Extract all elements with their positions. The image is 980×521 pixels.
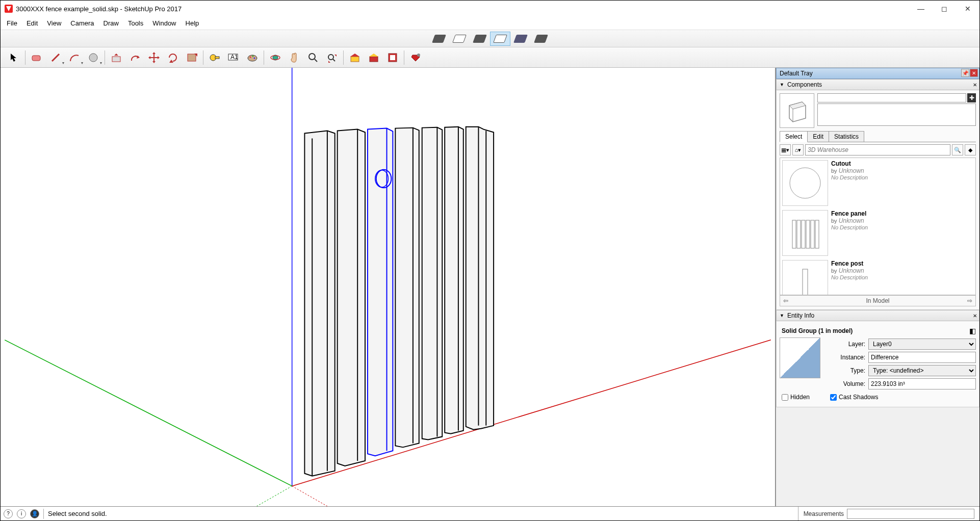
measurements-label: Measurements	[804, 510, 844, 517]
menu-file[interactable]: File	[3, 18, 21, 29]
zoom-tool[interactable]	[304, 49, 322, 66]
menu-tools[interactable]: Tools	[124, 18, 147, 29]
extension-warehouse-tool[interactable]	[365, 49, 383, 66]
tray-title[interactable]: Default Tray 📌 ✕	[776, 68, 979, 79]
svg-marker-32	[369, 54, 378, 57]
entity-menu-icon[interactable]: ◧	[969, 327, 976, 335]
components-panel: ✚ Select Edit Statistics ▦▾ ⌂▾ 🔍 ◆	[776, 90, 979, 310]
viewport-3d[interactable]	[1, 68, 776, 506]
tab-select[interactable]: Select	[780, 131, 808, 142]
svg-rect-29	[351, 57, 359, 62]
svg-point-19	[252, 55, 254, 57]
info-icon[interactable]: i	[17, 509, 26, 518]
svg-marker-6	[152, 52, 156, 54]
rotate-tool[interactable]	[164, 49, 182, 66]
svg-rect-65	[797, 220, 801, 248]
offset-tool[interactable]	[126, 49, 144, 66]
menu-help[interactable]: Help	[182, 18, 203, 29]
tape-tool[interactable]	[205, 49, 224, 66]
back-icon[interactable]: ⇦	[783, 297, 788, 304]
cast-shadows-checkbox[interactable]: Cast Shadows	[830, 394, 878, 401]
list-item[interactable]: Fence post by Unknown No Description	[780, 258, 975, 295]
select-tool[interactable]	[5, 49, 23, 66]
svg-marker-8	[148, 56, 150, 59]
pencil-tool[interactable]	[46, 49, 65, 66]
layer-select[interactable]: Layer0	[868, 338, 976, 350]
svg-marker-42	[304, 131, 334, 476]
pan-tool[interactable]	[285, 49, 303, 66]
component-desc-input[interactable]	[817, 103, 976, 126]
layout-tool[interactable]	[383, 49, 402, 66]
maximize-button[interactable]: ◻	[933, 1, 956, 17]
home-button[interactable]: ⌂▾	[792, 144, 804, 155]
entity-info-close-icon[interactable]: ✕	[973, 313, 977, 319]
zoom-extents-tool[interactable]	[323, 49, 341, 66]
user-icon[interactable]: 👤	[30, 509, 39, 518]
style-btn-3[interactable]	[470, 32, 490, 46]
svg-marker-57	[466, 127, 494, 430]
tray-pin-icon[interactable]: 📌	[961, 69, 969, 77]
hidden-checkbox[interactable]: Hidden	[782, 394, 810, 401]
component-list[interactable]: Cutout by Unknown No Description Fence p…	[780, 158, 976, 295]
eraser-tool[interactable]	[28, 49, 46, 66]
warehouse-tool[interactable]	[346, 49, 364, 66]
component-preview-thumb	[780, 93, 814, 128]
in-model-label: In Model	[866, 297, 889, 304]
svg-rect-64	[792, 220, 796, 248]
menu-camera[interactable]: Camera	[66, 18, 98, 29]
view-mode-button[interactable]: ▦▾	[780, 144, 791, 155]
orbit-tool[interactable]	[266, 49, 285, 66]
components-close-icon[interactable]: ✕	[973, 82, 977, 88]
volume-field	[868, 378, 976, 389]
arc-tool[interactable]	[65, 49, 84, 66]
close-button[interactable]: ✕	[956, 1, 979, 17]
help-icon[interactable]: ?	[4, 509, 13, 518]
search-icon[interactable]: 🔍	[952, 144, 963, 155]
style-btn-5[interactable]	[510, 32, 531, 46]
svg-marker-27	[334, 55, 337, 57]
svg-marker-30	[350, 54, 359, 57]
style-btn-6[interactable]	[531, 32, 551, 46]
list-item[interactable]: Cutout by Unknown No Description	[780, 158, 975, 208]
scale-tool[interactable]	[183, 49, 201, 66]
text-tool[interactable]: A1	[224, 49, 243, 66]
svg-point-20	[254, 57, 255, 59]
style-btn-2[interactable]	[449, 32, 470, 46]
svg-rect-70	[803, 269, 808, 295]
entity-info-header[interactable]: Entity Info ✕	[776, 310, 979, 321]
pushpull-tool[interactable]	[107, 49, 125, 66]
tab-edit[interactable]: Edit	[807, 131, 829, 142]
tray-close-icon[interactable]: ✕	[970, 69, 978, 77]
window-title: 3000XXX fence example_solid.skp - Sketch…	[16, 5, 182, 13]
menu-bar: File Edit View Camera Draw Tools Window …	[1, 17, 979, 30]
component-name-input[interactable]	[817, 93, 966, 102]
type-select[interactable]: Type: <undefined>	[868, 365, 976, 376]
svg-line-41	[292, 486, 327, 506]
instance-input[interactable]	[868, 352, 976, 363]
menu-draw[interactable]: Draw	[99, 18, 123, 29]
svg-line-39	[5, 340, 292, 486]
svg-line-2	[52, 54, 59, 61]
paint-tool[interactable]	[243, 49, 262, 66]
minimize-button[interactable]: —	[909, 1, 933, 17]
list-item[interactable]: Fence panel by Unknown No Description	[780, 208, 975, 258]
measurements-input[interactable]	[847, 509, 974, 519]
style-btn-4[interactable]	[490, 32, 510, 46]
entity-thumb	[780, 337, 820, 378]
ruby-tool[interactable]	[406, 49, 425, 66]
svg-line-26	[333, 59, 335, 61]
style-btn-1[interactable]	[429, 32, 449, 46]
tab-statistics[interactable]: Statistics	[829, 131, 864, 142]
svg-point-63	[790, 168, 820, 198]
shape-tool[interactable]	[84, 49, 102, 66]
nav-icon[interactable]: ◆	[965, 144, 976, 155]
svg-rect-31	[370, 57, 378, 62]
menu-view[interactable]: View	[43, 18, 65, 29]
menu-edit[interactable]: Edit	[22, 18, 42, 29]
components-panel-header[interactable]: Components ✕	[776, 79, 979, 90]
forward-icon[interactable]: ⇨	[967, 297, 972, 304]
move-tool[interactable]	[145, 49, 163, 66]
menu-window[interactable]: Window	[148, 18, 180, 29]
search-input[interactable]	[805, 144, 950, 155]
add-component-button[interactable]: ✚	[967, 93, 976, 102]
